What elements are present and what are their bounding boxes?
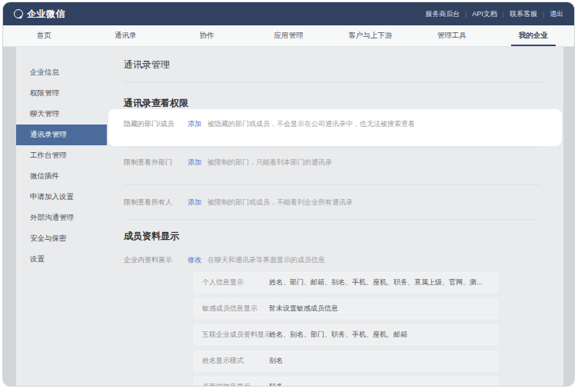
primary-tab-bar: 首页 通讯录 协作 应用管理 客户与上下游 管理工具 我的企业 bbox=[3, 25, 574, 47]
section-heading-view-permissions: 通讯录查看权限 bbox=[124, 97, 188, 110]
sidebar-item-contacts-management[interactable]: 通讯录管理 bbox=[16, 125, 107, 145]
settings-sidebar: 企业信息 权限管理 聊天管理 通讯录管理 工作台管理 微信插件 申请加入设置 外… bbox=[16, 47, 107, 387]
scrollbar-track[interactable] bbox=[563, 47, 574, 387]
table-row-name-display-mode: 姓名显示模式 别名 bbox=[194, 350, 498, 371]
sidebar-item-permission-management[interactable]: 权限管理 bbox=[16, 83, 107, 104]
title-divider bbox=[124, 81, 546, 82]
tab-my-enterprise[interactable]: 我的企业 bbox=[493, 25, 574, 46]
sidebar-item-workbench-management[interactable]: 工作台管理 bbox=[16, 145, 107, 166]
sidebar-item-chat-management[interactable]: 聊天管理 bbox=[16, 104, 107, 125]
service-provider-console-link[interactable]: 服务商后台 bbox=[425, 9, 460, 19]
section-heading-member-profile: 成员资料显示 bbox=[124, 230, 179, 243]
page-title: 通讯录管理 bbox=[124, 58, 170, 71]
app-window: 企业微信 服务商后台 | API文档 | 联系客服 | 退出 首页 通讯录 协作… bbox=[2, 2, 575, 387]
tab-collaboration[interactable]: 协作 bbox=[166, 25, 247, 46]
add-link[interactable]: 添加 bbox=[188, 119, 201, 129]
contact-support-link[interactable]: 联系客服 bbox=[510, 9, 537, 19]
internal-profile-row: 企业内资料展示 修改 在聊天和通讯录等界面显示的成员信息 bbox=[124, 255, 548, 265]
table-row-sensitive-info: 敏感成员信息显示 暂未设置敏感成员信息 bbox=[194, 298, 498, 319]
add-link[interactable]: 添加 bbox=[188, 198, 201, 208]
sidebar-item-security-privacy[interactable]: 安全与保密 bbox=[16, 228, 107, 249]
profile-display-table: 个人信息显示 姓名、部门、邮箱、别名、手机、座机、职务、直属上级、官网、测...… bbox=[194, 272, 498, 387]
table-row-desktop-info: 桌面端信息显示 职务 bbox=[194, 377, 498, 387]
api-docs-link[interactable]: API文档 bbox=[472, 9, 497, 19]
row-divider bbox=[124, 147, 540, 148]
navbar-links: 服务商后台 | API文档 | 联系客服 | 退出 bbox=[425, 9, 563, 19]
contacts-management-panel: 通讯录管理 通讯录查看权限 隐藏的部门/成员 添加 被隐藏的部门或成员，不会显示… bbox=[107, 47, 563, 387]
row-description: 被限制的部门或成员，不能看到企业所有通讯录 bbox=[208, 198, 353, 208]
link-separator: | bbox=[465, 11, 467, 18]
table-row-value: 姓名、别名、部门、职务、手机、座机、邮箱 bbox=[269, 330, 407, 340]
tab-customers-upstream-downstream[interactable]: 客户与上下游 bbox=[330, 25, 411, 46]
section-divider bbox=[124, 219, 540, 220]
row-description: 在聊天和通讯录等界面显示的成员信息 bbox=[208, 255, 325, 265]
table-row-value: 暂未设置敏感成员信息 bbox=[269, 304, 338, 314]
row-description: 被隐藏的部门或成员，不会显示在公司通讯录中，也无法被搜索查看 bbox=[208, 119, 415, 129]
table-row-linked-enterprise: 互联企业成员资料显示 姓名、别名、部门、职务、手机、座机、邮箱 bbox=[194, 324, 498, 345]
row-label: 限制查看外部门 bbox=[124, 158, 188, 168]
top-navbar: 企业微信 服务商后台 | API文档 | 联系客服 | 退出 bbox=[3, 2, 574, 25]
page-left-gutter bbox=[3, 47, 16, 387]
sidebar-item-external-communication[interactable]: 外部沟通管理 bbox=[16, 208, 107, 228]
modify-link[interactable]: 修改 bbox=[188, 255, 201, 265]
table-row-label: 敏感成员信息显示 bbox=[202, 304, 269, 314]
wechat-work-logo: 企业微信 bbox=[14, 8, 65, 21]
sidebar-item-join-request-settings[interactable]: 申请加入设置 bbox=[16, 187, 107, 208]
table-row-label: 个人信息显示 bbox=[202, 277, 269, 287]
tab-home[interactable]: 首页 bbox=[3, 25, 85, 46]
tab-management-tools[interactable]: 管理工具 bbox=[411, 25, 493, 46]
settings-page: 企业信息 权限管理 聊天管理 通讯录管理 工作台管理 微信插件 申请加入设置 外… bbox=[16, 47, 563, 387]
hidden-department-row: 隐藏的部门/成员 添加 被隐藏的部门或成员，不会显示在公司通讯录中，也无法被搜索… bbox=[124, 119, 562, 129]
table-row-value: 职务 bbox=[269, 382, 283, 387]
sidebar-item-wechat-plugin[interactable]: 微信插件 bbox=[16, 166, 107, 187]
table-row-label: 互联企业成员资料显示 bbox=[202, 330, 269, 340]
table-row-value: 别名 bbox=[269, 356, 283, 366]
hidden-department-highlight-band: 隐藏的部门/成员 添加 被隐藏的部门或成员，不会显示在公司通讯录中，也无法被搜索… bbox=[108, 109, 562, 146]
row-description: 被限制的部门，只能看到本部门的通讯录 bbox=[208, 158, 332, 168]
table-row-personal-info: 个人信息显示 姓名、部门、邮箱、别名、手机、座机、职务、直属上级、官网、测... bbox=[194, 272, 498, 293]
link-separator: | bbox=[543, 11, 544, 18]
tab-contacts[interactable]: 通讯录 bbox=[85, 25, 166, 46]
restrict-external-department-row: 限制查看外部门 添加 被限制的部门，只能看到本部门的通讯录 bbox=[124, 158, 548, 168]
link-separator: | bbox=[503, 11, 504, 18]
logo-text: 企业微信 bbox=[27, 8, 65, 21]
restrict-everyone-row: 限制查看所有人 添加 被限制的部门或成员，不能看到企业所有通讯录 bbox=[124, 198, 548, 208]
tab-app-management[interactable]: 应用管理 bbox=[247, 25, 329, 46]
add-link[interactable]: 添加 bbox=[188, 158, 201, 168]
chat-bubble-icon bbox=[14, 9, 23, 18]
active-tab-underline bbox=[511, 45, 556, 47]
row-label: 限制查看所有人 bbox=[124, 198, 188, 208]
table-row-value: 姓名、部门、邮箱、别名、手机、座机、职务、直属上级、官网、测... bbox=[269, 277, 483, 287]
row-label: 隐藏的部门/成员 bbox=[124, 119, 188, 129]
logout-link[interactable]: 退出 bbox=[550, 9, 563, 19]
sidebar-item-settings[interactable]: 设置 bbox=[16, 249, 107, 270]
sidebar-item-enterprise-info[interactable]: 企业信息 bbox=[16, 62, 107, 83]
table-row-label: 姓名显示模式 bbox=[202, 356, 269, 366]
row-label: 企业内资料展示 bbox=[124, 255, 188, 265]
row-divider bbox=[124, 184, 540, 185]
table-row-label: 桌面端信息显示 bbox=[202, 382, 269, 387]
